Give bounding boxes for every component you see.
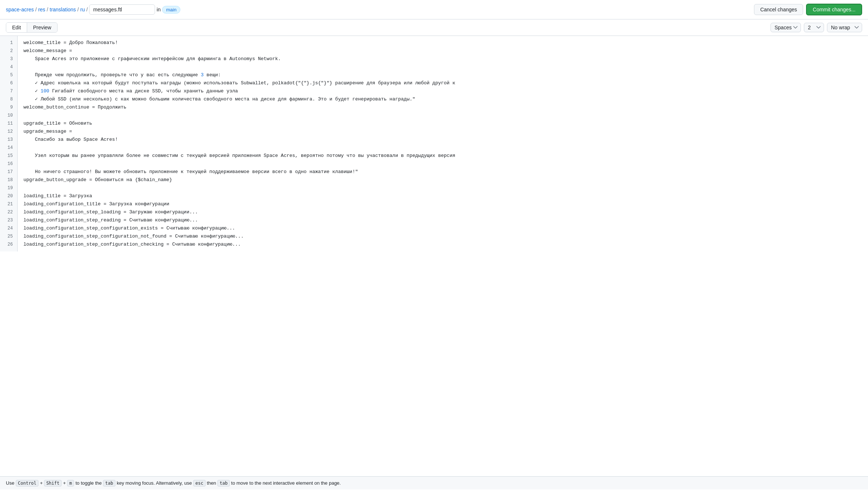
code-line: loading_configuration_title = Загрузка к… (23, 200, 862, 208)
line-numbers: 1234567891011121314151617181920212223242… (0, 36, 18, 251)
line-number: 9 (0, 103, 17, 111)
code-content[interactable]: welcome_title = Добро Пожаловать!welcome… (18, 36, 868, 251)
code-line: upgrade_title = Обновить (23, 120, 862, 128)
code-line: loading_configuration_step_configuration… (23, 224, 862, 232)
line-number: 12 (0, 128, 17, 136)
code-line: Спасибо за выбор Space Acres! (23, 136, 862, 144)
m-code: m (67, 480, 74, 487)
line-number: 13 (0, 136, 17, 144)
line-number: 18 (0, 176, 17, 184)
tab-group: Edit Preview (6, 22, 58, 33)
spaces-select[interactable]: Spaces Tabs (770, 23, 801, 32)
cancel-button[interactable]: Cancel changes (754, 4, 803, 15)
code-line: ✓ Любой SSD (или несколько) с как можно … (23, 95, 862, 103)
code-line: loading_configuration_step_loading = Заг… (23, 208, 862, 216)
tab-edit[interactable]: Edit (6, 23, 27, 32)
status-text-middle: to toggle the (74, 480, 103, 486)
code-line: Узел которым вы ранее управляли более не… (23, 152, 862, 160)
tab-code: tab (103, 480, 115, 487)
shift-code: Shift (44, 480, 62, 487)
wrap-select[interactable]: No wrap Soft wrap (827, 23, 862, 32)
line-number: 1 (0, 39, 17, 47)
status-then: then (206, 480, 218, 486)
status-plus1: + (38, 480, 44, 486)
header: space-acres / res / translations / ru / … (0, 0, 868, 19)
editor-container: 1234567891011121314151617181920212223242… (0, 36, 868, 251)
status-text-after: key moving focus. Alternatively, use (115, 480, 193, 486)
line-number: 11 (0, 120, 17, 128)
breadcrumb-translations[interactable]: translations (50, 7, 76, 12)
code-line: Прежде чем продолжить, проверьте что у в… (23, 71, 862, 79)
line-number: 8 (0, 95, 17, 103)
line-number: 5 (0, 71, 17, 79)
main-content: Edit Preview Spaces Tabs 2 4 8 No wrap S… (0, 19, 868, 489)
sep2: / (47, 7, 48, 12)
code-line: Space Acres это приложение с графическим… (23, 55, 862, 63)
toolbar: Edit Preview Spaces Tabs 2 4 8 No wrap S… (0, 19, 868, 36)
code-line: welcome_message = (23, 47, 862, 55)
code-line (23, 160, 862, 168)
indent-select[interactable]: 2 4 8 (804, 23, 824, 32)
branch-badge: main (162, 6, 180, 14)
code-line: welcome_title = Добро Пожаловать! (23, 39, 862, 47)
select-group: Spaces Tabs 2 4 8 No wrap Soft wrap (770, 23, 862, 32)
status-text-end: to move to the next interactive element … (230, 480, 341, 486)
line-number: 6 (0, 79, 17, 87)
code-line: upgrade_button_upgrade = Обновиться на {… (23, 176, 862, 184)
code-line: welcome_button_continue = Продолжить (23, 103, 862, 111)
line-number: 17 (0, 168, 17, 176)
line-number: 22 (0, 208, 17, 216)
editor-wrapper: 1234567891011121314151617181920212223242… (0, 36, 868, 476)
code-line (23, 184, 862, 192)
sep1: / (35, 7, 37, 12)
status-bar: Use Control + Shift + m to toggle the ta… (0, 476, 868, 489)
line-number: 4 (0, 63, 17, 71)
esc-code: esc (193, 480, 206, 487)
control-code: Control (16, 480, 39, 487)
tab2-code: tab (217, 480, 230, 487)
code-line: loading_configuration_step_reading = Счи… (23, 216, 862, 224)
code-line (23, 144, 862, 152)
sep4: / (86, 7, 88, 12)
status-plus2: + (62, 480, 67, 486)
code-line (23, 63, 862, 71)
breadcrumb-res[interactable]: res (38, 7, 45, 12)
commit-button[interactable]: Commit changes... (806, 4, 862, 15)
line-number: 26 (0, 241, 17, 249)
breadcrumb-repo[interactable]: space-acres (6, 7, 34, 12)
sep3: / (77, 7, 79, 12)
line-number: 14 (0, 144, 17, 152)
code-line: ✓ 100 Гигабайт свободного места на диске… (23, 87, 862, 95)
line-number: 25 (0, 232, 17, 241)
line-number: 20 (0, 192, 17, 200)
line-number: 3 (0, 55, 17, 63)
code-line: loading_configuration_step_configuration… (23, 232, 862, 241)
filename-input[interactable] (89, 4, 155, 15)
code-line (23, 111, 862, 120)
code-line: loading_title = Загрузка (23, 192, 862, 200)
line-number: 15 (0, 152, 17, 160)
code-line: ✓ Адрес кошелька на который будут поступ… (23, 79, 862, 87)
line-number: 19 (0, 184, 17, 192)
line-number: 23 (0, 216, 17, 224)
line-number: 2 (0, 47, 17, 55)
code-line: upgrade_message = (23, 128, 862, 136)
line-number: 24 (0, 224, 17, 232)
highlight-number: 3 (201, 71, 204, 79)
line-number: 7 (0, 87, 17, 95)
header-actions: Cancel changes Commit changes... (754, 4, 862, 15)
tab-preview[interactable]: Preview (27, 23, 57, 32)
line-number: 21 (0, 200, 17, 208)
breadcrumb-ru[interactable]: ru (80, 7, 85, 12)
line-number: 16 (0, 160, 17, 168)
line-number: 10 (0, 111, 17, 120)
highlight-100: 100 (41, 88, 49, 95)
status-text-before: Use (6, 480, 16, 486)
code-line: Но ничего страшного! Вы можете обновить … (23, 168, 862, 176)
code-line: loading_configuration_step_configuration… (23, 241, 862, 249)
breadcrumb: space-acres / res / translations / ru / … (6, 4, 751, 15)
in-label: in (157, 7, 161, 12)
